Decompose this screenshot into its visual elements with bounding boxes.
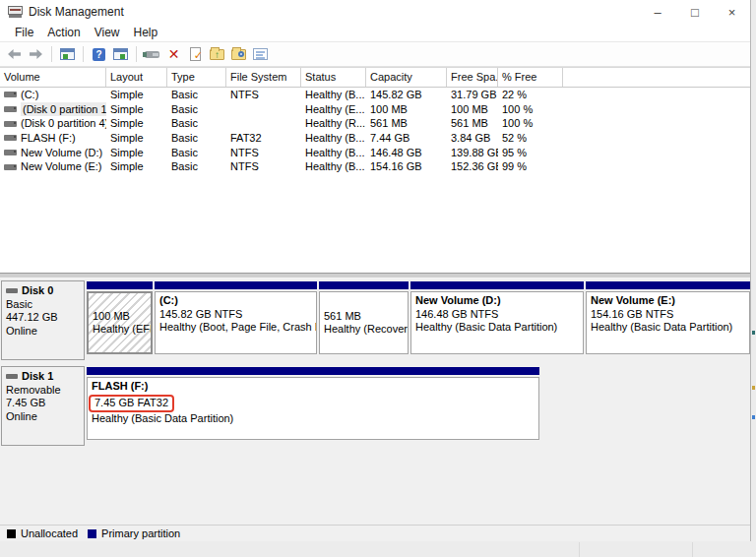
menu-view[interactable]: View (88, 24, 127, 41)
table-row[interactable]: (Disk 0 partition 4) Simple Basic Health… (0, 116, 750, 131)
disk0-label-panel[interactable]: Disk 0 Basic 447.12 GB Online (1, 280, 85, 360)
cell-file-system: NTFS (226, 88, 301, 102)
table-row[interactable]: New Volume (E:) Simple Basic NTFS Health… (0, 159, 750, 174)
volume-icon (4, 164, 17, 170)
partition-color-bar (319, 281, 409, 289)
toolbar: ? ✕ ↑ (0, 42, 750, 67)
partition-status: Healthy (Basic Data Partition) (92, 412, 535, 426)
cell-layout: Simple (106, 146, 167, 160)
partition-efi[interactable]: 100 MB Healthy (EFI (87, 281, 153, 354)
volume-icon (4, 121, 17, 127)
forward-icon[interactable] (27, 46, 45, 63)
tool-icon[interactable] (143, 46, 161, 63)
cell-free-space: 152.36 GB (447, 159, 498, 174)
cell-file-system: FAT32 (226, 131, 301, 146)
column-header-capacity[interactable]: Capacity (366, 68, 447, 87)
cell-free-space: 561 MB (447, 116, 498, 131)
table-row[interactable]: New Volume (D:) Simple Basic NTFS Health… (0, 146, 750, 160)
partition-status: Healthy (Basic Data Partition) (415, 321, 579, 335)
cell-capacity: 145.82 GB (366, 88, 447, 102)
partition-title: (C:) (159, 294, 312, 308)
cell-status: Healthy (B... (301, 131, 366, 146)
disk1-label-panel[interactable]: Disk 1 Removable 7.45 GB Online (1, 366, 85, 446)
menu-file[interactable]: File (8, 24, 40, 41)
annotation-highlight-box: 7.45 GB FAT32 (89, 395, 174, 413)
disk0-size: 447.12 GB (6, 311, 80, 325)
folder-search-icon[interactable] (229, 46, 248, 63)
disk-icon (6, 288, 18, 293)
close-button[interactable]: × (714, 0, 750, 24)
maximize-button[interactable]: □ (676, 0, 714, 24)
partition-e[interactable]: New Volume (E:) 154.16 GB NTFS Healthy (… (586, 281, 750, 354)
column-header-status[interactable]: Status (301, 68, 366, 87)
partition-color-bar (87, 281, 153, 289)
cell-layout: Simple (106, 159, 167, 174)
cell-pct-free: 100 % (498, 102, 563, 117)
partition-recovery[interactable]: 561 MB Healthy (Recovery (319, 281, 409, 354)
column-header-file-system[interactable]: File System (226, 68, 301, 87)
legend-label: Primary partition (101, 527, 180, 539)
partition-title: New Volume (D:) (415, 294, 579, 308)
cell-type: Basic (167, 88, 226, 102)
cell-type: Basic (167, 102, 226, 117)
column-header-type[interactable]: Type (167, 68, 226, 87)
partition-color-bar (586, 281, 750, 289)
desktop-divider (579, 542, 580, 557)
cell-pct-free: 52 % (498, 131, 563, 146)
cell-capacity: 561 MB (366, 116, 447, 131)
unallocated-swatch (7, 529, 16, 538)
cell-pct-free: 95 % (498, 146, 563, 160)
graphical-view-pane: Disk 0 Basic 447.12 GB Online 100 MB Hea… (0, 278, 750, 525)
table-row[interactable]: FLASH (F:) Simple Basic FAT32 Healthy (B… (0, 131, 750, 146)
cell-status: Healthy (B... (301, 159, 366, 174)
cell-pct-free: 99 % (498, 159, 563, 174)
cell-layout: Simple (106, 116, 167, 131)
action-pane-icon[interactable] (111, 46, 130, 63)
column-header-layout[interactable]: Layout (106, 68, 167, 87)
cell-layout: Simple (106, 102, 167, 117)
volume-name: New Volume (E:) (21, 159, 102, 174)
volume-name: New Volume (D:) (21, 146, 102, 160)
cell-free-space: 139.88 GB (447, 146, 498, 160)
volume-icon (4, 135, 17, 141)
column-header-filler (563, 68, 750, 87)
cell-free-space: 3.84 GB (447, 131, 498, 146)
cell-file-system: NTFS (226, 146, 301, 160)
partition-size: 7.45 GB FAT32 (94, 397, 168, 408)
column-header-pct-free[interactable]: % Free (498, 68, 563, 87)
console-tree-icon[interactable] (58, 46, 77, 63)
minimize-button[interactable]: – (639, 0, 676, 24)
cell-type: Basic (167, 146, 226, 160)
partition-flash-f[interactable]: FLASH (F:) 7.45 GB FAT32 Healthy (Basic … (87, 367, 539, 440)
folder-up-icon[interactable]: ↑ (208, 46, 226, 63)
disk-management-window: Disk Management – □ × File Action View H… (0, 0, 751, 541)
properties-icon[interactable] (251, 46, 270, 63)
column-header-volume[interactable]: Volume (0, 68, 106, 87)
menu-action[interactable]: Action (40, 24, 87, 41)
desktop-background (0, 542, 756, 557)
menu-help[interactable]: Help (127, 24, 165, 41)
cell-file-system (226, 102, 301, 117)
partition-color-bar (155, 281, 317, 289)
delete-volume-icon[interactable]: ✕ (164, 46, 183, 63)
help-icon[interactable]: ? (90, 46, 108, 63)
window-title: Disk Management (29, 5, 124, 19)
partition-status: Healthy (Recovery (324, 323, 404, 337)
window-controls: – □ × (639, 0, 750, 24)
partition-d[interactable]: New Volume (D:) 146.48 GB NTFS Healthy (… (410, 281, 584, 354)
partition-c[interactable]: (C:) 145.82 GB NTFS Healthy (Boot, Page … (155, 281, 317, 354)
primary-partition-swatch (88, 529, 96, 538)
column-header-free-space[interactable]: Free Spa... (447, 68, 498, 87)
table-row[interactable]: (C:) Simple Basic NTFS Healthy (B... 145… (0, 88, 750, 102)
cell-file-system (226, 116, 301, 131)
cell-layout: Simple (106, 131, 167, 146)
cell-pct-free: 100 % (498, 116, 563, 131)
toolbar-separator (136, 46, 137, 62)
table-row[interactable]: (Disk 0 partition 1) Simple Basic Health… (0, 102, 750, 117)
check-document-icon[interactable] (186, 46, 205, 63)
back-icon[interactable] (5, 46, 24, 63)
partition-size: 145.82 GB NTFS (159, 308, 312, 322)
desktop-divider (692, 542, 693, 557)
volume-name: (Disk 0 partition 1) (21, 102, 106, 117)
legend-label: Unallocated (21, 527, 78, 539)
